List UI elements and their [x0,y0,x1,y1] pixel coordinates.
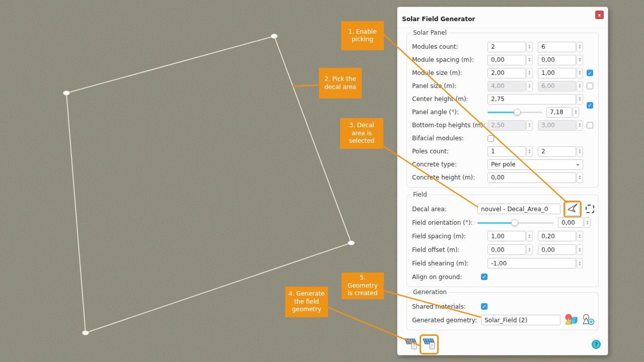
spinner-down-icon[interactable]: ▾ [529,125,530,128]
generate-new-field-button[interactable] [422,336,437,352]
modules-count-input-2[interactable]: 6 [538,42,576,52]
field-spacing-m-input-1[interactable]: 1,00 [488,231,526,241]
concrete-type-select[interactable]: Per pole⌄ [488,159,583,170]
generate-field-button[interactable] [404,336,419,352]
field-offset-m-input-1[interactable]: 0,00 [488,244,526,255]
spinner-down-icon[interactable]: ▾ [529,47,530,49]
shared-materials-checkbox[interactable]: ✓ [481,303,488,310]
module-size-m-input-1[interactable]: 2,00 [488,68,526,78]
spinner-down-icon[interactable]: ▾ [529,236,530,239]
spinner-down-icon[interactable]: ▾ [579,151,581,154]
marquee-selection-icon[interactable] [586,205,594,213]
generated-geometry-input[interactable]: Solar_Field (2) [481,315,560,325]
add-geometry-button[interactable] [582,313,595,327]
decal-corner-dot[interactable] [83,331,89,335]
panel-size-m-input-2[interactable]: 6,00 [538,81,576,92]
panel-angle-input[interactable]: 7,18 [546,107,572,118]
close-button[interactable]: x [595,11,604,19]
row-field-orientation: Field orientation (°):0,00▴▾ [412,216,593,229]
panel-angle-slider[interactable] [488,109,542,116]
spinner-buttons[interactable]: ▴▾ [577,244,583,255]
spinner-buttons[interactable]: ▴▾ [526,244,533,255]
dialog-titlebar[interactable]: Solar Field Generator x [397,7,608,28]
spinner-buttons[interactable]: ▴▾ [577,258,583,268]
spinner-down-icon[interactable]: ▾ [579,250,581,252]
scene-objects-button[interactable] [565,313,578,327]
spinner-buttons[interactable]: ▴▾ [577,94,583,105]
spinner-buttons[interactable]: ▴▾ [577,42,583,52]
decal-area-controls: nouvel - Decal_Area_0 [488,202,594,216]
spinner-down-icon[interactable]: ▾ [579,73,581,75]
spinner-buttons[interactable]: ▴▾ [577,172,583,183]
spinner-down-icon[interactable]: ▾ [529,250,530,252]
spinner-buttons[interactable]: ▴▾ [526,231,533,241]
help-button[interactable]: ? [592,340,601,349]
row-module-size-m: Module size (m):2,00▴▾1,00▴▾✓ [412,66,593,79]
module-spacing-m-input-1[interactable]: 0,00 [488,55,526,65]
row-poles-count: Poles count:1▴▾2▴▾ [412,145,593,158]
field-shearing-m-label: Field shearing (m): [412,260,488,267]
spinner-buttons[interactable]: ▴▾ [577,231,583,241]
bottom-top-heights-m-checkbox[interactable] [587,122,593,129]
spinner-buttons[interactable]: ▴▾ [573,107,579,118]
spinner-buttons[interactable]: ▴▾ [526,42,533,52]
spinner-buttons[interactable]: ▴▾ [584,217,591,228]
panel-size-m-checkbox[interactable] [587,83,593,89]
spinner-down-icon[interactable]: ▾ [579,236,581,239]
callout-1: 1. Enable picking [341,21,384,50]
module-size-m-checkbox[interactable]: ✓ [587,70,593,76]
poles-count-input-1[interactable]: 1 [488,146,526,157]
picker-arrow-icon [567,203,578,216]
spinner-buttons[interactable]: ▴▾ [577,146,583,157]
bifacial-modules-checkbox[interactable] [488,135,494,142]
bottom-top-heights-m-input-1[interactable]: 2,50 [488,120,526,131]
pick-decal-area-button[interactable] [566,203,580,216]
field-shearing-m-input[interactable]: -1,00 [488,258,576,268]
spinner-down-icon[interactable]: ▾ [579,263,581,266]
module-spacing-m-input-2[interactable]: 0,00 [538,55,576,65]
spinner-buttons[interactable]: ▴▾ [526,81,533,92]
spinner-buttons[interactable]: ▴▾ [577,55,583,65]
decal-corner-dot[interactable] [271,34,278,39]
decal-corner-dot[interactable] [348,241,355,245]
spinner-buttons[interactable]: ▴▾ [526,68,533,78]
spinner-down-icon[interactable]: ▾ [575,112,577,115]
spinner-buttons[interactable]: ▴▾ [526,55,533,65]
panel-size-m-input-1[interactable]: 4,00 [488,81,526,92]
spinner-down-icon[interactable]: ▾ [529,73,530,75]
generated-geometry-controls: Solar_Field (2) [488,313,595,327]
field-orientation-slider[interactable] [477,219,554,226]
slider-thumb[interactable] [511,219,518,226]
align-on-ground-checkbox[interactable]: ✓ [481,274,488,280]
spinner-buttons[interactable]: ▴▾ [577,81,583,92]
spinner-down-icon[interactable]: ▾ [579,99,581,102]
field-spacing-m-input-2[interactable]: 0,20 [538,231,576,241]
decal-area-input[interactable]: nouvel - Decal_Area_0 [477,204,560,214]
spinner-down-icon[interactable]: ▾ [529,151,530,154]
spinner-down-icon[interactable]: ▾ [579,47,581,49]
spinner-down-icon[interactable]: ▾ [529,60,530,62]
center-height-m-input[interactable]: 2,75 [488,94,576,105]
modules-count-input-1[interactable]: 2 [488,42,526,52]
solar-panel-icon [404,336,419,352]
spinner-down-icon[interactable]: ▾ [587,223,588,225]
slider-thumb[interactable] [514,109,521,116]
field-orientation-input[interactable]: 0,00 [558,217,584,228]
field-offset-m-input-2[interactable]: 0,00 [538,244,576,255]
module-size-m-input-2[interactable]: 1,00 [538,68,576,78]
bottom-top-heights-m-input-2[interactable]: 3,00 [538,120,576,131]
bottom-top-heights-m-controls: 2,50▴▾3,00▴▾ [488,119,593,132]
spinner-buttons[interactable]: ▴▾ [526,120,533,131]
poles-count-input-2[interactable]: 2 [538,146,576,157]
spinner-down-icon[interactable]: ▾ [579,60,581,62]
concrete-height-m-input[interactable]: 0,00 [488,172,576,183]
group-label-generation: Generation [411,289,449,296]
spinner-buttons[interactable]: ▴▾ [577,120,583,131]
spinner-down-icon[interactable]: ▾ [529,86,530,88]
decal-corner-dot[interactable] [63,91,70,96]
spinner-down-icon[interactable]: ▾ [579,177,581,180]
spinner-buttons[interactable]: ▴▾ [577,68,583,78]
spinner-down-icon[interactable]: ▾ [579,86,581,88]
spinner-down-icon[interactable]: ▾ [579,125,581,128]
spinner-buttons[interactable]: ▴▾ [526,146,533,157]
